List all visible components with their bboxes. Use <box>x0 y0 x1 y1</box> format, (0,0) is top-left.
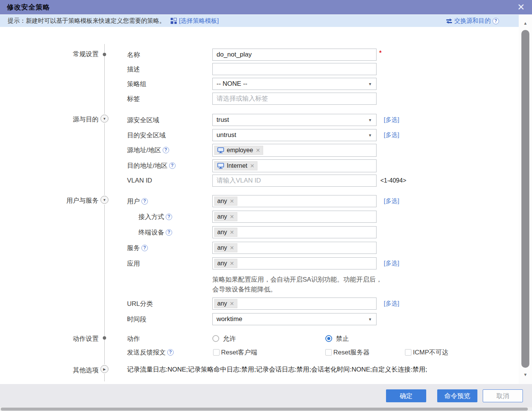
scroll-down-icon[interactable]: ▼ <box>519 372 532 377</box>
name-input[interactable] <box>212 49 377 61</box>
reset-server-label: Reset服务器 <box>333 348 369 357</box>
help-icon[interactable]: ? <box>166 229 172 236</box>
row-vlan: VLAN ID <1-4094> <box>0 175 518 187</box>
user-field[interactable]: any ✕ <box>212 195 377 207</box>
row-url: URL分类 any ✕ [多选] <box>0 298 518 310</box>
vertical-scrollbar[interactable]: ▲ ▼ <box>519 15 532 384</box>
help-icon[interactable]: ? <box>141 198 148 205</box>
command-preview-button[interactable]: 命令预览 <box>437 389 477 402</box>
row-description: 描述 <box>0 63 518 75</box>
row-user: 用户 ? any ✕ [多选] <box>0 195 518 207</box>
reset-server-checkbox[interactable]: Reset服务器 <box>325 346 369 358</box>
chip-text: any <box>217 260 227 267</box>
access-field[interactable]: any ✕ <box>212 211 377 223</box>
name-label: 名称 <box>127 49 140 61</box>
user-chip: any ✕ <box>214 197 237 206</box>
checkbox-icon[interactable] <box>325 349 332 356</box>
service-field[interactable]: any ✕ <box>212 242 377 254</box>
src-zone-select[interactable]: trust ▼ <box>212 114 377 126</box>
remove-icon[interactable]: ✕ <box>230 198 234 204</box>
src-zone-value: trust <box>217 116 229 124</box>
remove-icon[interactable]: ✕ <box>230 214 234 220</box>
src-zone-multi-link[interactable]: [多选] <box>384 114 399 126</box>
remove-icon[interactable]: ✕ <box>250 163 254 169</box>
device-field[interactable]: any ✕ <box>212 226 377 238</box>
row-name: 名称 * <box>0 49 518 61</box>
src-addr-label: 源地址/地区 ? <box>127 144 169 156</box>
row-time: 时间段 worktime ▼ <box>0 313 518 325</box>
app-chip: any ✕ <box>214 259 237 268</box>
help-icon[interactable]: ? <box>163 147 169 153</box>
remove-icon[interactable]: ✕ <box>230 301 234 307</box>
help-icon[interactable]: ? <box>166 214 172 220</box>
dst-zone-select[interactable]: untrust ▼ <box>212 129 377 141</box>
app-multi-link[interactable]: [多选] <box>384 257 399 269</box>
hint-bar: 提示：新建时可以基于策略模板来快速定义您需要的策略。 [选择策略模板] 交换源和… <box>0 15 519 27</box>
help-icon[interactable]: ? <box>493 18 499 24</box>
user-multi-link[interactable]: [多选] <box>384 195 399 207</box>
dst-addr-label-text: 目的地址/地区 <box>127 161 168 170</box>
help-icon[interactable]: ? <box>169 162 176 169</box>
checkbox-icon[interactable] <box>405 349 411 356</box>
vlan-range-hint: <1-4094> <box>380 175 406 187</box>
src-addr-label-text: 源地址/地区 <box>127 146 161 154</box>
select-template-link[interactable]: [选择策略模板] <box>179 17 219 25</box>
tag-input[interactable] <box>212 93 377 105</box>
access-label: 接入方式 ? <box>138 211 172 223</box>
reset-client-label: Reset客户端 <box>221 348 257 357</box>
remove-icon[interactable]: ✕ <box>256 147 260 153</box>
device-chip: any ✕ <box>214 228 237 237</box>
time-select[interactable]: worktime ▼ <box>212 313 377 325</box>
user-label: 用户 ? <box>127 195 148 207</box>
chevron-down-icon: ▼ <box>368 82 372 86</box>
remove-icon[interactable]: ✕ <box>230 229 234 235</box>
src-zone-label: 源安全区域 <box>127 114 159 126</box>
reset-client-checkbox[interactable]: Reset客户端 <box>213 346 257 358</box>
close-icon[interactable]: ✕ <box>515 2 527 13</box>
chip-text: any <box>217 229 227 236</box>
host-icon <box>217 163 224 169</box>
dst-addr-field[interactable]: Internet ✕ <box>212 159 377 172</box>
help-icon[interactable]: ? <box>167 349 174 356</box>
host-icon <box>217 147 224 153</box>
horizontal-scrollbar-thumb[interactable] <box>1 408 528 411</box>
feedback-label: 发送反馈报文 ? <box>127 346 174 358</box>
horizontal-scrollbar[interactable] <box>0 407 532 411</box>
time-value: worktime <box>217 315 242 323</box>
help-icon[interactable]: ? <box>141 245 148 251</box>
action-allow-option[interactable]: 允许 <box>212 332 236 345</box>
icmp-label: ICMP不可达 <box>413 348 449 357</box>
scroll-up-icon[interactable]: ▲ <box>519 21 532 25</box>
dst-zone-multi-link[interactable]: [多选] <box>384 129 399 141</box>
dst-addr-chip: Internet ✕ <box>214 161 257 170</box>
dialog-title: 修改安全策略 <box>7 0 50 14</box>
policy-group-select[interactable]: -- NONE -- ▼ <box>212 78 377 90</box>
icmp-checkbox[interactable]: ICMP不可达 <box>405 346 449 358</box>
swap-icon <box>446 18 452 24</box>
vertical-scrollbar-thumb[interactable] <box>521 30 529 368</box>
access-label-text: 接入方式 <box>138 213 164 221</box>
policy-group-label: 策略组 <box>127 78 146 90</box>
radio-selected-icon[interactable] <box>325 335 332 342</box>
swap-src-dst-link[interactable]: 交换源和目的 ? <box>446 15 499 27</box>
vlan-input[interactable] <box>212 175 377 187</box>
url-field[interactable]: any ✕ <box>212 298 377 310</box>
app-field[interactable]: any ✕ <box>212 257 377 269</box>
description-input[interactable] <box>212 63 377 75</box>
radio-unselected-icon[interactable] <box>212 335 219 342</box>
cancel-button[interactable]: 取消 <box>483 389 523 402</box>
checkbox-icon[interactable] <box>213 349 220 356</box>
user-label-text: 用户 <box>127 197 140 206</box>
row-feedback: 发送反馈报文 ? Reset客户端 Reset服务器 ICMP不可达 <box>0 346 518 358</box>
remove-icon[interactable]: ✕ <box>230 260 234 266</box>
url-multi-link[interactable]: [多选] <box>384 298 399 310</box>
time-label: 时间段 <box>127 313 146 325</box>
service-label: 服务 ? <box>127 242 148 254</box>
remove-icon[interactable]: ✕ <box>230 245 234 251</box>
row-device: 终端设备 ? any ✕ <box>0 226 518 238</box>
src-addr-field[interactable]: employee ✕ <box>212 144 377 157</box>
service-chip: any ✕ <box>214 243 237 252</box>
ok-button[interactable]: 确定 <box>386 389 426 402</box>
action-allow-label: 允许 <box>223 334 236 343</box>
action-deny-option[interactable]: 禁止 <box>325 332 349 345</box>
